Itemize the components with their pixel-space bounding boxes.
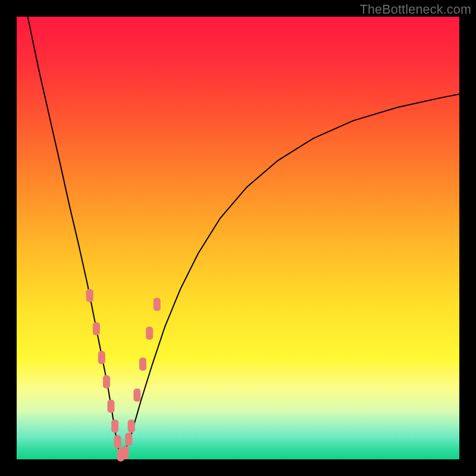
plot-area — [17, 17, 459, 459]
marker-point — [103, 375, 110, 389]
marker-point — [146, 327, 153, 340]
marker-point — [133, 389, 140, 402]
marker-point — [125, 433, 132, 446]
marker-point — [128, 419, 135, 433]
marker-point — [107, 400, 114, 413]
marker-point — [139, 358, 146, 371]
marker-point — [111, 419, 118, 433]
curve-right — [121, 94, 459, 457]
marker-point — [93, 322, 100, 336]
marker-point — [121, 446, 129, 459]
watermark-text: TheBottleneck.com — [360, 2, 471, 17]
marker-point — [154, 298, 161, 311]
marker-point — [86, 289, 93, 302]
marker-point — [114, 435, 121, 448]
marker-point — [98, 351, 105, 364]
chart-svg — [17, 17, 459, 459]
curve-left — [28, 17, 121, 457]
